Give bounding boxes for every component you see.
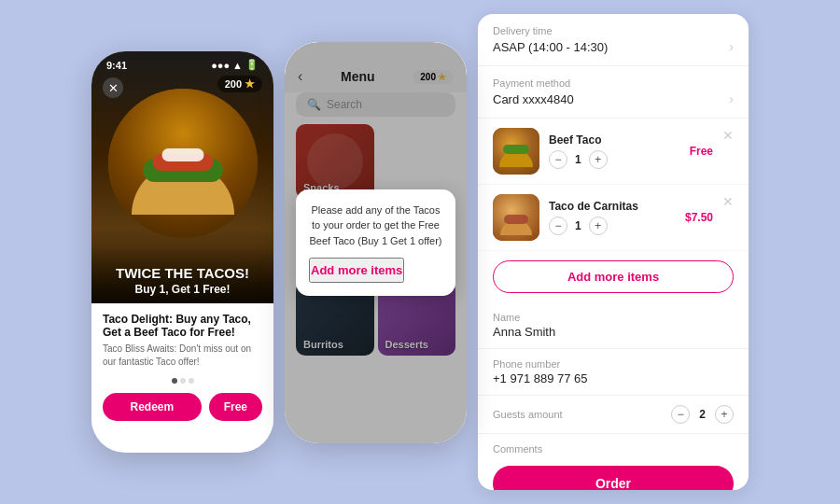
payment-chevron-icon: › (729, 91, 734, 106)
guests-value: 2 (699, 408, 706, 421)
carnitas-remove-button[interactable]: ✕ (722, 194, 734, 209)
payment-value[interactable]: Card xxxx4840 › (493, 91, 734, 106)
guests-section: Guests amount − 2 + (478, 396, 749, 434)
name-value: Anna Smith (493, 325, 734, 339)
status-time-phone1: 9:41 (106, 60, 127, 71)
redeem-button[interactable]: Redeem (103, 393, 202, 421)
promo-bottom: Taco Delight: Buy any Taco, Get a Beef T… (91, 303, 273, 430)
carnitas-info: Taco de Carnitas − 1 + (549, 200, 676, 235)
taco-visual (108, 89, 258, 238)
carnitas-minus-button[interactable]: − (549, 217, 567, 235)
name-label: Name (493, 312, 734, 323)
beef-taco-info: Beef Taco − 1 + (549, 133, 680, 169)
free-button[interactable]: Free (209, 393, 262, 421)
order-panel: Delivery time ASAP (14:00 - 14:30) › Pay… (478, 14, 749, 490)
phone-label: Phone number (493, 358, 734, 370)
add-more-button[interactable]: Add more items (493, 260, 734, 293)
carnitas-name: Taco de Carnitas (549, 200, 676, 213)
carnitas-qty: 1 (575, 219, 581, 232)
guests-plus-button[interactable]: + (715, 405, 734, 424)
comments-section: Comments (478, 434, 749, 466)
phone-2: ‹ Menu 200 ★ 🔍 Search Snacks 1 (285, 42, 467, 443)
hero-section: 9:41 ●●● ▲ 🔋 ✕ 200 ★ (91, 51, 273, 303)
status-bar-phone1: 9:41 ●●● ▲ 🔋 (91, 51, 273, 75)
payment-label: Payment method (493, 77, 734, 89)
beef-taco-image (493, 128, 539, 175)
status-icons-phone1: ●●● ▲ 🔋 (211, 59, 259, 71)
cart-item-beef: Beef Taco − 1 + Free ✕ (478, 119, 749, 185)
dot-2 (180, 378, 186, 384)
promo-dots (103, 378, 262, 384)
promo-description: Taco Bliss Awaits: Don't miss out on our… (103, 343, 262, 369)
hero-text-block: TWICE THE TACOS! Buy 1, Get 1 Free! (91, 246, 273, 303)
phone-value: +1 971 889 77 65 (493, 371, 734, 385)
beef-taco-price: Free (690, 145, 713, 158)
order-button[interactable]: Order (493, 466, 734, 490)
promo-title: Taco Delight: Buy any Taco, Get a Beef T… (103, 313, 262, 339)
hero-taco-image (108, 89, 258, 238)
guests-controls: − 2 + (671, 405, 734, 424)
beef-taco-qty: 1 (575, 153, 581, 166)
dot-1 (172, 378, 177, 384)
dot-3 (189, 378, 194, 384)
modal-text: Please add any of the Tacos to your orde… (309, 203, 442, 249)
beef-taco-plus-button[interactable]: + (589, 150, 608, 169)
delivery-chevron-icon: › (729, 39, 734, 54)
modal-overlay: Please add any of the Tacos to your orde… (285, 42, 467, 443)
add-more-modal-button[interactable]: Add more items (309, 258, 404, 283)
promo-buttons: Redeem Free (103, 393, 262, 421)
guests-label: Guests amount (493, 409, 662, 420)
cart-item-carnitas: Taco de Carnitas − 1 + $7.50 ✕ (478, 185, 749, 251)
delivery-section: Delivery time ASAP (14:00 - 14:30) › (478, 14, 749, 66)
beef-taco-controls: − 1 + (549, 150, 680, 169)
payment-section: Payment method Card xxxx4840 › (478, 66, 749, 119)
hero-subtitle: Buy 1, Get 1 Free! (103, 283, 262, 296)
modal-card: Please add any of the Tacos to your orde… (296, 189, 455, 297)
comments-label: Comments (493, 443, 734, 455)
close-button[interactable]: ✕ (103, 77, 123, 98)
name-section: Name Anna Smith (478, 302, 749, 349)
carnitas-price: $7.50 (685, 211, 713, 224)
carnitas-image (493, 194, 539, 241)
star-icon: ★ (245, 77, 255, 91)
carnitas-controls: − 1 + (549, 217, 676, 235)
guests-minus-button[interactable]: − (671, 405, 690, 424)
points-badge-phone1: 200 ★ (217, 76, 262, 92)
delivery-value[interactable]: ASAP (14:00 - 14:30) › (493, 39, 734, 54)
beef-taco-name: Beef Taco (549, 133, 680, 147)
carnitas-plus-button[interactable]: + (589, 217, 608, 235)
hero-title: TWICE THE TACOS! (103, 265, 262, 281)
phone-section: Phone number +1 971 889 77 65 (478, 349, 749, 396)
beef-taco-remove-button[interactable]: ✕ (722, 128, 734, 143)
beef-taco-minus-button[interactable]: − (549, 150, 567, 169)
delivery-label: Delivery time (493, 25, 734, 36)
phone-1: 9:41 ●●● ▲ 🔋 ✕ 200 ★ (91, 51, 273, 453)
